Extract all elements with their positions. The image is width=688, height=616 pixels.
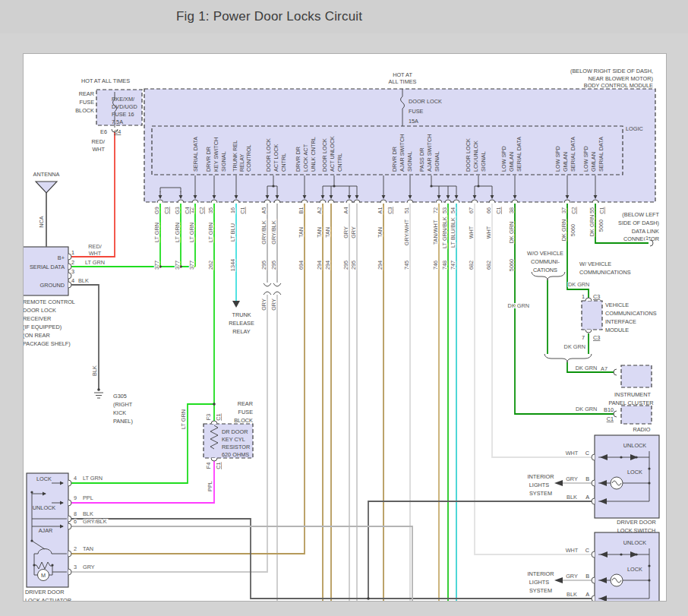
bcm-pins-10: 51: [403, 207, 410, 213]
junction-dots: [159, 185, 479, 599]
receiver-w1-0: RED/: [88, 243, 102, 250]
receiver-w1-1: WHT: [89, 250, 102, 257]
switch-interior-1: LIGHTS: [529, 579, 549, 586]
bcm-pin-connector: [178, 200, 184, 203]
switch-interior-2: SYSTEM: [529, 587, 552, 594]
actuator-positions-2: AJAR: [39, 527, 53, 534]
dlc-name-2: DATA LINK: [632, 228, 659, 235]
bcm-wires-15-color: LT GRN/BLK: [441, 216, 448, 248]
actuator-name-1: LOCK ACTUATOR: [25, 597, 71, 601]
resistor-name-2: RESISTOR: [222, 444, 250, 450]
interior-lights-arrow-icon: [554, 480, 563, 486]
switch-name-1: LOCK SWITCH: [617, 527, 656, 534]
bcm-conns-p16: C1: [239, 207, 246, 213]
resistor-out_color: PPL: [207, 481, 213, 491]
switch-lock: LOCK: [627, 566, 642, 573]
bcm-pin_labels-3-2: CNTRL: [280, 153, 287, 172]
bcm-wires-7-circuit: 694: [298, 261, 305, 270]
bcm-pin_labels-11-0: LOW SPD: [582, 146, 589, 172]
vcim-name-2: INTERFACE: [605, 318, 636, 325]
bcm-pin_labels-5-1: ACT UNLOCK: [329, 136, 336, 172]
bcm-pin_labels-2-1: RELAY: [238, 153, 245, 172]
bcm-pin_labels-7-2: SIGNAL: [434, 151, 440, 172]
ipc-name-1: PANEL CLUSTER: [608, 400, 653, 406]
bcm-name: BODY CONTROL MODULE: [584, 82, 653, 89]
bcm-wires-5-color: GRY/BLK: [260, 220, 267, 245]
trunk_relay-1: RELEASE: [229, 320, 254, 327]
bcm-conns-p55: C1: [598, 207, 605, 213]
receiver-name-1: DOOR LOCK: [24, 307, 56, 314]
bcm-splice_label: GRY: [270, 299, 277, 311]
receiver-rows-0: B+: [58, 254, 65, 261]
radio-name: RADIO: [633, 426, 650, 433]
merge-brace: [544, 354, 592, 362]
bcm-pin_labels-9-0: LOW SPD: [500, 146, 507, 172]
bcm-conns-p12: C2: [198, 207, 205, 213]
ajar-wire: [71, 526, 412, 601]
bcm-wires-12-circuit: 294: [377, 261, 383, 270]
bcm-logic: LOGIC: [626, 125, 643, 132]
resistor-name-3: 620 OHMS: [222, 451, 249, 458]
switch-pins-2-0: A: [585, 591, 589, 598]
antenna-circuit: NCA: [38, 216, 45, 228]
comms-wo-1: COMMUNI-: [531, 258, 560, 265]
actuator-pins-3-0: 6: [74, 518, 77, 525]
receiver-name-4: (ON REAR: [24, 332, 50, 339]
bcm-location-0: (BELOW RIGHT SIDE OF DASH,: [570, 68, 653, 74]
actuator-connectors: [68, 480, 71, 575]
switch1-connectors: [592, 454, 595, 504]
vcim-conn_top: C3: [593, 293, 600, 300]
receiver-w4: BLK: [78, 277, 89, 284]
antenna-name: ANTENNA: [33, 171, 60, 178]
actuator-positions-1: UNLOCK: [33, 504, 56, 511]
fuse1-hot: HOT AT ALL TIMES: [81, 77, 130, 84]
bcm-pin-connector: [264, 200, 270, 203]
trunk-relay-arrow-icon: [232, 301, 240, 308]
fuse1-lines-2: FUSE 16: [112, 111, 134, 118]
bcm-conns-p37: C2: [570, 207, 577, 213]
fuse1-lines-1: DVD/UGD: [112, 103, 137, 110]
ground-name-3: PANEL): [113, 418, 133, 425]
receiver-name-2: RECEIVER: [24, 315, 51, 322]
bcm-wires-4-circuit: 1344: [229, 259, 236, 271]
receiver-name-3: (IF EQUIPPED): [24, 324, 62, 330]
fuse1-block-2: BLOCK: [75, 107, 94, 114]
actuator-pins-5-0: 3: [74, 564, 77, 570]
bcm-wires-4-color: LT BLU: [229, 223, 236, 242]
bcm-pin_labels-10-2: SERIAL DATA: [570, 137, 576, 172]
bcm-pin_labels-9-1: GMLAN: [508, 152, 515, 172]
ground-name-2: KICK: [113, 409, 126, 416]
dlc-name-0: (BELOW LEFT: [622, 211, 659, 218]
switch-pins-2-1: BLK: [566, 591, 577, 598]
bcm-pins-4: 16: [229, 207, 236, 213]
bcm-wires-10-color: GRY: [342, 226, 349, 239]
actuator-pins-4-0: 2: [74, 545, 77, 552]
bcm-pin-connector: [328, 200, 334, 203]
bcm-pins-13: 54: [450, 207, 456, 213]
switch-pins-1-0: B: [585, 475, 589, 482]
bcm-wires-12-color: TAN: [377, 227, 383, 238]
bcm-pin_labels-10-1: GMLAN: [562, 152, 569, 172]
switch-pins-2-1: BLK: [566, 494, 577, 501]
ground-name-0: G305: [113, 393, 127, 400]
resistor-conn_bot: C1: [215, 462, 222, 469]
bcm-wires-2-circuit: 377: [188, 261, 195, 270]
bcm-pins-18: 55: [589, 207, 595, 213]
fuse1-lines-0: RKE/XM/: [112, 96, 135, 103]
switch-interior-1: LIGHTS: [529, 482, 549, 488]
comms-dk: DK GRN: [508, 302, 529, 309]
resistor-name-1: KEY CYL: [222, 436, 245, 443]
lock-branch-wire: [71, 404, 214, 483]
bcm-pin_labels-9-2: SERIAL DATA: [516, 137, 522, 172]
fuse1-pin: E6: [100, 128, 107, 135]
trunk_relay-2: RELAY: [232, 328, 251, 335]
bcm-pin_labels-7-0: PASS DR: [418, 148, 425, 172]
bcm-conns-g3: C4: [184, 207, 191, 213]
actuator-pins-5-1: GRY: [83, 564, 95, 570]
bcm-wires-8-circuit: 294: [316, 261, 323, 270]
ground-color: BLK: [91, 365, 98, 376]
radio-box: [621, 406, 652, 424]
resistor-name-0: DR DOOR: [222, 428, 248, 435]
bcm-pin_labels-4-1: LOCK ACT: [302, 144, 309, 172]
bcm-pin-connector: [274, 200, 280, 203]
